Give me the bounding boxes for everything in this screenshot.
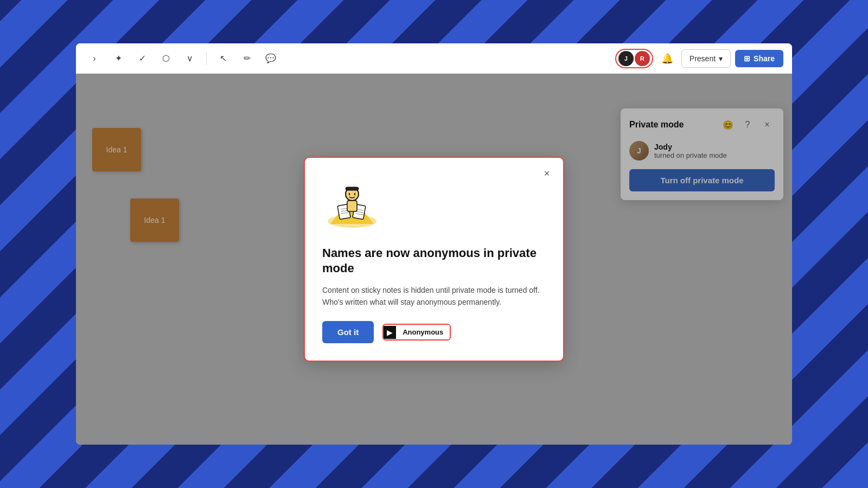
private-mode-modal: × <box>304 157 564 362</box>
modal-close-icon: × <box>544 168 550 179</box>
cursor-icon: ▶ <box>384 326 396 339</box>
expand-icon: › <box>93 54 95 63</box>
avatar-user2-initial: R <box>640 55 644 62</box>
bell-icon: 🔔 <box>661 53 673 65</box>
svg-rect-5 <box>346 187 359 190</box>
app-window: › ✦ ✓ ⬡ ∨ ↖ ✏ 💬 J R <box>76 43 792 445</box>
tool-check-button[interactable]: ✓ <box>132 49 152 68</box>
tool-frame-button[interactable]: ⬡ <box>156 49 176 68</box>
check-icon: ✓ <box>139 53 146 63</box>
got-it-button[interactable]: Got it <box>322 321 374 343</box>
present-dropdown-icon: ▾ <box>719 54 723 63</box>
avatar-user2: R <box>635 51 650 66</box>
tool-pen-button[interactable]: ✏ <box>237 49 257 68</box>
anonymous-label: Anonymous <box>396 325 450 339</box>
cursor-icon: ↖ <box>220 53 227 63</box>
tool-select-button[interactable]: ↖ <box>213 49 233 68</box>
svg-rect-14 <box>347 201 357 211</box>
modal-overlay: × <box>76 74 792 445</box>
pen-icon: ✏ <box>244 53 251 63</box>
toolbar-divider-1 <box>206 52 207 65</box>
anonymous-tooltip[interactable]: ▶ Anonymous <box>382 324 451 341</box>
modal-close-button[interactable]: × <box>539 166 554 182</box>
modal-illustration <box>322 175 382 235</box>
present-button[interactable]: Present ▾ <box>681 49 731 68</box>
chevron-down-icon: ∨ <box>187 53 193 63</box>
tool-dropdown-button[interactable]: ∨ <box>180 49 200 68</box>
share-button[interactable]: ⊞ Share <box>735 50 783 67</box>
sparkle-icon: ✦ <box>115 53 122 63</box>
toolbar: › ✦ ✓ ⬡ ∨ ↖ ✏ 💬 J R <box>76 43 792 74</box>
avatar-cluster[interactable]: J R <box>615 49 653 68</box>
comment-icon: 💬 <box>265 53 276 63</box>
tool-comment-button[interactable]: 💬 <box>261 49 280 68</box>
tool-sparkle-button[interactable]: ✦ <box>108 49 128 68</box>
notifications-button[interactable]: 🔔 <box>658 49 677 68</box>
share-label: Share <box>754 54 775 63</box>
present-label: Present <box>690 54 716 63</box>
illustration-svg <box>322 175 382 235</box>
avatar-user1: J <box>618 51 634 66</box>
expand-button[interactable]: › <box>85 49 104 68</box>
modal-footer: Got it ▶ Anonymous <box>322 321 546 343</box>
modal-title: Names are now anonymous in private mode <box>322 246 546 277</box>
canvas-area: Idea 1 Idea 1 Private mode 😊 ? × <box>76 74 792 445</box>
modal-body: Content on sticky notes is hidden until … <box>322 284 546 309</box>
share-icon: ⊞ <box>744 54 750 63</box>
frame-icon: ⬡ <box>162 53 170 63</box>
avatar-user1-initial: J <box>624 55 628 62</box>
